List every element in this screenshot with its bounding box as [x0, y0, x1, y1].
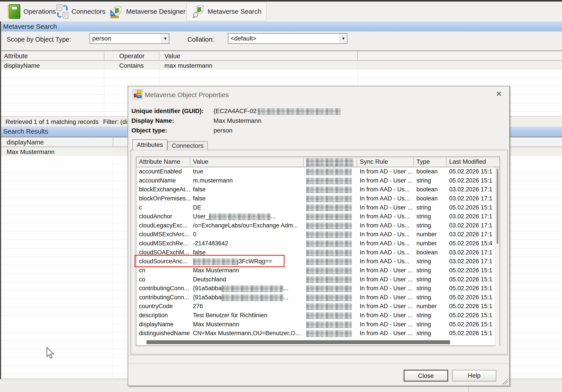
vertical-scrollbar-thumb[interactable]: [497, 169, 498, 244]
cell-sync-rule[interactable]: In from AD - User ...: [357, 284, 414, 293]
cell-redacted[interactable]: [304, 266, 357, 275]
attribute-row[interactable]: blockOnPremises... false In from AAD - U…: [136, 194, 500, 203]
results-column-displayname[interactable]: displayName: [7, 139, 44, 146]
cell-type[interactable]: string: [414, 275, 446, 284]
cell-last-modified[interactable]: 05.02.2026 15:1: [446, 293, 496, 302]
cell-type[interactable]: boolean: [414, 194, 446, 203]
cell-value[interactable]: Deutschland: [190, 275, 304, 284]
cell-last-modified[interactable]: 03.02.2026 17:1: [446, 248, 496, 257]
cell-type[interactable]: number: [414, 239, 446, 248]
cell-attribute-name[interactable]: blockOnPremises...: [136, 194, 190, 203]
cell-last-modified[interactable]: 05.02.2026 15:4: [446, 239, 496, 248]
attribute-row[interactable]: cloudMSExchRe... -2147483642 In from AAD…: [136, 239, 500, 248]
cell-sync-rule[interactable]: In from AD - User ...: [357, 266, 414, 275]
cell-sync-rule[interactable]: In from AAD - Us...: [357, 248, 414, 257]
cell-type[interactable]: string: [414, 221, 446, 230]
cell-type[interactable]: string: [414, 212, 446, 221]
cell-redacted[interactable]: [304, 329, 357, 338]
cell-type[interactable]: string: [414, 203, 446, 212]
cell-sync-rule[interactable]: In from AAD - Us...: [357, 185, 414, 194]
toolbar-item-metaverse-designer[interactable]: Metaverse Designer: [110, 1, 185, 22]
cell-value[interactable]: Max Mustermann: [190, 320, 304, 329]
cell-last-modified[interactable]: 05.02.2026 15:1: [446, 329, 496, 338]
cell-value[interactable]: {91a5abba...: [190, 293, 304, 302]
cell-attribute-name[interactable]: countryCode: [136, 302, 190, 311]
attribute-row[interactable]: cloudLegacyExc... /o=ExchangeLabs/ou=Exc…: [136, 221, 500, 230]
cell-redacted[interactable]: [304, 302, 357, 311]
criteria-column-operator[interactable]: Operator: [119, 52, 144, 60]
vertical-scrollbar[interactable]: [495, 167, 500, 346]
attribute-row[interactable]: description Test Benutzer für Richtlinie…: [136, 311, 500, 320]
cell-attribute-name[interactable]: cloudAnchor: [136, 212, 190, 221]
attribute-row[interactable]: c DE In from AD - User ... string 05.02.…: [136, 203, 500, 212]
attribute-row[interactable]: cloudAnchor User_... In from AAD - Us...…: [136, 212, 500, 221]
chevron-down-icon[interactable]: ▼: [340, 34, 347, 43]
column-sync-rule[interactable]: Sync Rule: [357, 157, 414, 167]
collation-combobox[interactable]: <default> ▼: [228, 33, 347, 44]
criteria-cell-attribute[interactable]: displayName: [4, 62, 40, 69]
cell-redacted[interactable]: [304, 221, 357, 230]
cell-sync-rule[interactable]: In from AD - User ...: [357, 203, 414, 212]
cell-value[interactable]: -2147483642: [190, 239, 304, 248]
cell-value[interactable]: CN=Max Mustermann,OU=Benutzer,O...: [190, 329, 304, 338]
attribute-row[interactable]: accountEnabled true In from AD - User ..…: [136, 167, 500, 176]
cell-redacted[interactable]: [304, 311, 357, 320]
cell-sync-rule[interactable]: In from AD - User ...: [357, 302, 414, 311]
tab-connectors[interactable]: Connectors: [167, 141, 208, 150]
cell-type[interactable]: string: [414, 176, 446, 185]
cell-type[interactable]: boolean: [414, 185, 446, 194]
cell-attribute-name[interactable]: displayName: [136, 320, 190, 329]
cell-attribute-name[interactable]: contributingConn...: [136, 284, 190, 293]
column-type[interactable]: Type: [414, 157, 446, 167]
scope-object-type-combobox[interactable]: person ▼: [90, 33, 169, 44]
toolbar-item-operations[interactable]: Operations: [7, 1, 56, 22]
cell-last-modified[interactable]: 03.02.2026 17:1: [446, 257, 496, 266]
attribute-row[interactable]: contributingConn... {91a5abba... In from…: [136, 284, 500, 293]
cell-value[interactable]: m.mustermann: [190, 176, 304, 185]
cell-value[interactable]: Max Mustermann: [190, 266, 304, 275]
cell-redacted[interactable]: [304, 284, 357, 293]
column-value[interactable]: Value: [190, 157, 304, 167]
cell-attribute-name[interactable]: distinguishedName: [136, 329, 190, 338]
cell-sync-rule[interactable]: In from AAD - Us...: [357, 239, 414, 248]
cell-type[interactable]: boolean: [414, 167, 446, 176]
column-attribute-name[interactable]: Attribute Name: [136, 157, 190, 167]
attribute-row[interactable]: cn Max Mustermann In from AD - User ... …: [136, 266, 500, 275]
cell-last-modified[interactable]: 03.02.2026 17:1: [446, 230, 496, 239]
cell-type[interactable]: boolean: [414, 248, 446, 257]
cell-type[interactable]: string: [414, 320, 446, 329]
cell-sync-rule[interactable]: In from AD - User ...: [357, 167, 414, 176]
attribute-row[interactable]: accountName m.mustermann In from AD - Us…: [136, 176, 500, 185]
cell-value[interactable]: 276: [190, 302, 304, 311]
cell-value[interactable]: true: [190, 167, 304, 176]
cell-redacted[interactable]: [304, 248, 357, 257]
cell-last-modified[interactable]: 05.02.2026 15:1: [446, 266, 496, 275]
cell-redacted[interactable]: [304, 320, 357, 329]
cell-redacted[interactable]: [304, 230, 357, 239]
resize-grip[interactable]: [501, 377, 508, 384]
cell-value[interactable]: User_...: [190, 212, 304, 221]
cell-sync-rule[interactable]: In from AAD - Us...: [357, 257, 414, 266]
cell-last-modified[interactable]: 03.02.2026 17:1: [446, 194, 496, 203]
cell-type[interactable]: number: [414, 230, 446, 239]
cell-redacted[interactable]: [304, 176, 357, 185]
tab-attributes[interactable]: Attributes: [132, 139, 167, 150]
cell-sync-rule[interactable]: In from AAD - Us...: [357, 194, 414, 203]
cell-last-modified[interactable]: 05.02.2026 15:1: [446, 302, 496, 311]
cell-sync-rule[interactable]: In from AD - User ...: [357, 176, 414, 185]
cell-attribute-name[interactable]: accountName: [136, 176, 190, 185]
cell-last-modified[interactable]: 05.02.2026 15:1: [446, 167, 496, 176]
attribute-row[interactable]: countryCode 276 In from AD - User ... nu…: [136, 302, 500, 311]
criteria-column-attribute[interactable]: Attribute: [4, 52, 28, 60]
close-icon[interactable]: ✕: [494, 89, 504, 99]
cell-redacted[interactable]: [304, 239, 357, 248]
cell-attribute-name[interactable]: cloudMSExchRe...: [136, 239, 190, 248]
cell-last-modified[interactable]: 05.02.2026 15:1: [446, 176, 496, 185]
cell-sync-rule[interactable]: In from AD - User ...: [357, 311, 414, 320]
cell-value[interactable]: DE: [190, 203, 304, 212]
cell-last-modified[interactable]: 05.02.2026 15:1: [446, 275, 496, 284]
cell-redacted[interactable]: [304, 212, 357, 221]
cell-type[interactable]: string: [414, 329, 446, 338]
cell-value[interactable]: 0: [190, 230, 304, 239]
cell-value[interactable]: {91a5abba...: [190, 284, 304, 293]
